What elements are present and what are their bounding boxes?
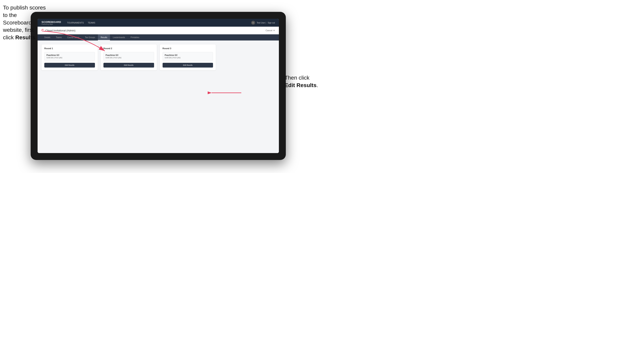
round-1-edit-results-button[interactable]: Edit Results — [44, 63, 95, 68]
tablet-screen: SCOREBOARD Powered by clippd TOURNAMENTS… — [38, 19, 279, 153]
tournament-title: C Clippd Invitational (Admin) — [42, 29, 75, 32]
round-1-course-details: Gold (M) (7010 yds) — [46, 57, 93, 59]
main-content: Round 1 Peachtree GC Gold (M) (7010 yds)… — [38, 40, 279, 153]
nav-links: TOURNAMENTS TEAMS — [67, 21, 251, 25]
nav-right: U Test User | Sign out — [251, 21, 275, 25]
tab-teams[interactable]: Teams — [53, 34, 64, 40]
tab-results[interactable]: Results — [98, 34, 110, 40]
round-1-course-card: Peachtree GC Gold (M) (7010 yds) — [44, 52, 95, 61]
round-2-card: Round 2 Peachtree GC Gold (M) (7010 yds)… — [101, 44, 157, 70]
round-1-course-name: Peachtree GC — [46, 54, 93, 56]
tab-printables[interactable]: Printables — [128, 34, 142, 40]
rounds-grid: Round 1 Peachtree GC Gold (M) (7010 yds)… — [42, 44, 275, 70]
round-3-course-card: Peachtree GC Gold (M) (7010 yds) — [162, 52, 213, 61]
round-1-title: Round 1 — [44, 47, 95, 50]
round-4-empty — [219, 44, 275, 70]
round-2-edit-results-button[interactable]: Edit Results — [104, 63, 154, 68]
tournament-name: Clippd Invitational (Admin) — [46, 29, 76, 32]
instruction-right: Then click Edit Results. — [284, 74, 318, 89]
round-3-course-name: Peachtree GC — [165, 54, 211, 56]
tablet-device: SCOREBOARD Powered by clippd TOURNAMENTS… — [31, 12, 286, 160]
round-2-course-card: Peachtree GC Gold (M) (7010 yds) — [104, 52, 154, 61]
tab-tee-groups[interactable]: Tee Groups — [82, 34, 98, 40]
user-name: Test User | — [257, 22, 266, 24]
top-nav: SCOREBOARD Powered by clippd TOURNAMENTS… — [38, 19, 279, 27]
instruction-left: To publish scores to the Scoreboard webs… — [3, 4, 46, 41]
nav-tournaments[interactable]: TOURNAMENTS — [67, 21, 84, 25]
sign-out-link[interactable]: Sign out — [268, 22, 275, 24]
round-3-title: Round 3 — [162, 47, 213, 50]
user-avatar: U — [251, 21, 255, 25]
tab-leaderboards[interactable]: Leaderboards — [110, 34, 128, 40]
tab-navigation: Details Teams Course Setup Tee Groups Re… — [38, 34, 279, 40]
cancel-button[interactable]: Cancel ✕ — [266, 29, 275, 32]
nav-teams[interactable]: TEAMS — [88, 21, 95, 25]
round-3-card: Round 3 Peachtree GC Gold (M) (7010 yds)… — [160, 44, 216, 70]
tournament-header: C Clippd Invitational (Admin) Cancel ✕ — [38, 27, 279, 34]
round-3-edit-results-button[interactable]: Edit Results — [162, 63, 213, 68]
round-3-course-details: Gold (M) (7010 yds) — [165, 57, 211, 59]
round-2-title: Round 2 — [104, 47, 154, 50]
tab-course-setup[interactable]: Course Setup — [64, 34, 82, 40]
round-2-course-details: Gold (M) (7010 yds) — [106, 57, 152, 59]
round-1-card: Round 1 Peachtree GC Gold (M) (7010 yds)… — [42, 44, 98, 70]
round-2-course-name: Peachtree GC — [106, 54, 152, 56]
